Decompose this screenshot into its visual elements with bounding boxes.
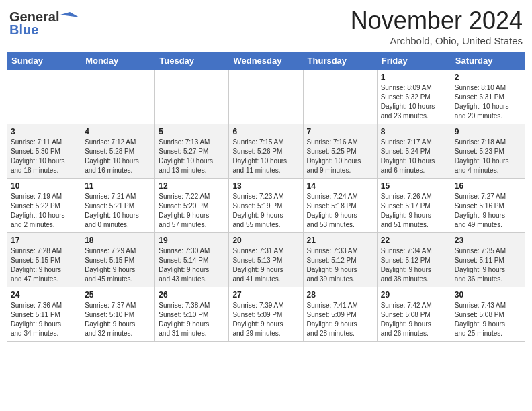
day-info: Sunrise: 7:31 AM Sunset: 5:13 PM Dayligh… [232,246,299,284]
day-number: 28 [307,290,373,300]
day-number: 20 [232,236,299,245]
calendar-cell: 4Sunrise: 7:12 AM Sunset: 5:28 PM Daylig… [81,124,155,179]
day-number: 26 [159,290,225,300]
day-info: Sunrise: 7:42 AM Sunset: 5:08 PM Dayligh… [381,301,447,338]
month-title: November 2024 [351,7,523,35]
day-info: Sunrise: 7:26 AM Sunset: 5:17 PM Dayligh… [381,192,447,230]
calendar-cell: 1Sunrise: 8:09 AM Sunset: 6:32 PM Daylig… [377,70,451,124]
day-number: 24 [11,290,77,300]
day-number: 29 [381,290,447,300]
calendar-cell [303,70,377,124]
day-number: 30 [455,290,521,300]
day-number: 12 [159,181,225,191]
day-number: 3 [11,127,77,136]
day-info: Sunrise: 7:11 AM Sunset: 5:30 PM Dayligh… [11,138,77,175]
calendar-cell: 27Sunrise: 7:39 AM Sunset: 5:09 PM Dayli… [229,287,303,342]
day-number: 25 [85,290,151,300]
day-number: 4 [85,127,151,136]
day-info: Sunrise: 7:16 AM Sunset: 5:25 PM Dayligh… [307,138,373,175]
header-sunday: Sunday [7,52,81,70]
calendar-cell: 19Sunrise: 7:30 AM Sunset: 5:14 PM Dayli… [155,233,229,287]
calendar-week-row: 1Sunrise: 8:09 AM Sunset: 6:32 PM Daylig… [7,70,525,124]
title-section: November 2024 Archbold, Ohio, United Sta… [351,7,523,46]
day-info: Sunrise: 7:15 AM Sunset: 5:26 PM Dayligh… [232,138,299,175]
day-number: 22 [381,236,447,245]
calendar-header-row: Sunday Monday Tuesday Wednesday Thursday… [7,52,525,70]
calendar-cell: 12Sunrise: 7:22 AM Sunset: 5:20 PM Dayli… [155,179,229,233]
day-info: Sunrise: 7:22 AM Sunset: 5:20 PM Dayligh… [159,192,225,230]
calendar-cell: 9Sunrise: 7:18 AM Sunset: 5:23 PM Daylig… [451,124,525,179]
calendar-cell: 21Sunrise: 7:33 AM Sunset: 5:12 PM Dayli… [303,233,377,287]
day-number: 16 [455,181,521,191]
day-info: Sunrise: 7:19 AM Sunset: 5:22 PM Dayligh… [11,192,77,230]
day-info: Sunrise: 7:28 AM Sunset: 5:15 PM Dayligh… [11,246,77,284]
calendar-cell: 17Sunrise: 7:28 AM Sunset: 5:15 PM Dayli… [7,233,81,287]
calendar-cell: 15Sunrise: 7:26 AM Sunset: 5:17 PM Dayli… [377,179,451,233]
calendar-cell: 26Sunrise: 7:38 AM Sunset: 5:10 PM Dayli… [155,287,229,342]
day-info: Sunrise: 8:10 AM Sunset: 6:31 PM Dayligh… [455,83,521,121]
day-info: Sunrise: 7:29 AM Sunset: 5:15 PM Dayligh… [85,246,151,284]
day-info: Sunrise: 7:39 AM Sunset: 5:09 PM Dayligh… [232,301,299,338]
day-number: 17 [11,236,77,245]
calendar-cell: 2Sunrise: 8:10 AM Sunset: 6:31 PM Daylig… [451,70,525,124]
calendar-week-row: 3Sunrise: 7:11 AM Sunset: 5:30 PM Daylig… [7,124,525,179]
day-number: 5 [159,127,225,136]
day-number: 9 [455,127,521,136]
day-info: Sunrise: 7:27 AM Sunset: 5:16 PM Dayligh… [455,192,521,230]
day-number: 27 [232,290,299,300]
day-number: 6 [232,127,299,136]
calendar-cell [7,70,81,124]
calendar-cell: 8Sunrise: 7:17 AM Sunset: 5:24 PM Daylig… [377,124,451,179]
calendar-cell: 14Sunrise: 7:24 AM Sunset: 5:18 PM Dayli… [303,179,377,233]
header-tuesday: Tuesday [155,52,229,70]
day-number: 21 [307,236,373,245]
svg-marker-1 [60,12,70,16]
day-number: 18 [85,236,151,245]
day-number: 2 [455,73,521,82]
calendar-cell: 30Sunrise: 7:43 AM Sunset: 5:08 PM Dayli… [451,287,525,342]
calendar-cell [155,70,229,124]
header-friday: Friday [377,52,451,70]
calendar-table: Sunday Monday Tuesday Wednesday Thursday… [7,52,525,342]
calendar-cell: 10Sunrise: 7:19 AM Sunset: 5:22 PM Dayli… [7,179,81,233]
day-info: Sunrise: 7:23 AM Sunset: 5:19 PM Dayligh… [232,192,299,230]
calendar-cell [229,70,303,124]
day-info: Sunrise: 8:09 AM Sunset: 6:32 PM Dayligh… [381,83,447,121]
header-wednesday: Wednesday [229,52,303,70]
day-info: Sunrise: 7:18 AM Sunset: 5:23 PM Dayligh… [455,138,521,175]
day-info: Sunrise: 7:24 AM Sunset: 5:18 PM Dayligh… [307,192,373,230]
day-number: 10 [11,181,77,191]
day-number: 13 [232,181,299,191]
calendar-cell: 11Sunrise: 7:21 AM Sunset: 5:21 PM Dayli… [81,179,155,233]
day-number: 11 [85,181,151,191]
day-number: 7 [307,127,373,136]
day-info: Sunrise: 7:33 AM Sunset: 5:12 PM Dayligh… [307,246,373,284]
day-info: Sunrise: 7:12 AM Sunset: 5:28 PM Dayligh… [85,138,151,175]
day-number: 19 [159,236,225,245]
svg-marker-0 [70,12,79,17]
logo-bird-icon [60,11,79,24]
calendar-cell: 23Sunrise: 7:35 AM Sunset: 5:11 PM Dayli… [451,233,525,287]
day-info: Sunrise: 7:41 AM Sunset: 5:09 PM Dayligh… [307,301,373,338]
calendar-cell: 28Sunrise: 7:41 AM Sunset: 5:09 PM Dayli… [303,287,377,342]
page-header: General Blue November 2024 Archbold, Ohi… [7,7,525,46]
day-info: Sunrise: 7:13 AM Sunset: 5:27 PM Dayligh… [159,138,225,175]
day-info: Sunrise: 7:37 AM Sunset: 5:10 PM Dayligh… [85,301,151,338]
calendar-cell: 7Sunrise: 7:16 AM Sunset: 5:25 PM Daylig… [303,124,377,179]
calendar-week-row: 24Sunrise: 7:36 AM Sunset: 5:11 PM Dayli… [7,287,525,342]
calendar-cell: 18Sunrise: 7:29 AM Sunset: 5:15 PM Dayli… [81,233,155,287]
logo: General Blue [9,9,79,38]
logo-blue-text: Blue [9,22,38,38]
calendar-cell: 6Sunrise: 7:15 AM Sunset: 5:26 PM Daylig… [229,124,303,179]
header-saturday: Saturday [451,52,525,70]
calendar-week-row: 17Sunrise: 7:28 AM Sunset: 5:15 PM Dayli… [7,233,525,287]
calendar-cell: 29Sunrise: 7:42 AM Sunset: 5:08 PM Dayli… [377,287,451,342]
location-subtitle: Archbold, Ohio, United States [351,35,523,46]
calendar-cell: 13Sunrise: 7:23 AM Sunset: 5:19 PM Dayli… [229,179,303,233]
day-info: Sunrise: 7:36 AM Sunset: 5:11 PM Dayligh… [11,301,77,338]
day-number: 8 [381,127,447,136]
calendar-cell: 5Sunrise: 7:13 AM Sunset: 5:27 PM Daylig… [155,124,229,179]
header-thursday: Thursday [303,52,377,70]
day-number: 14 [307,181,373,191]
day-info: Sunrise: 7:43 AM Sunset: 5:08 PM Dayligh… [455,301,521,338]
